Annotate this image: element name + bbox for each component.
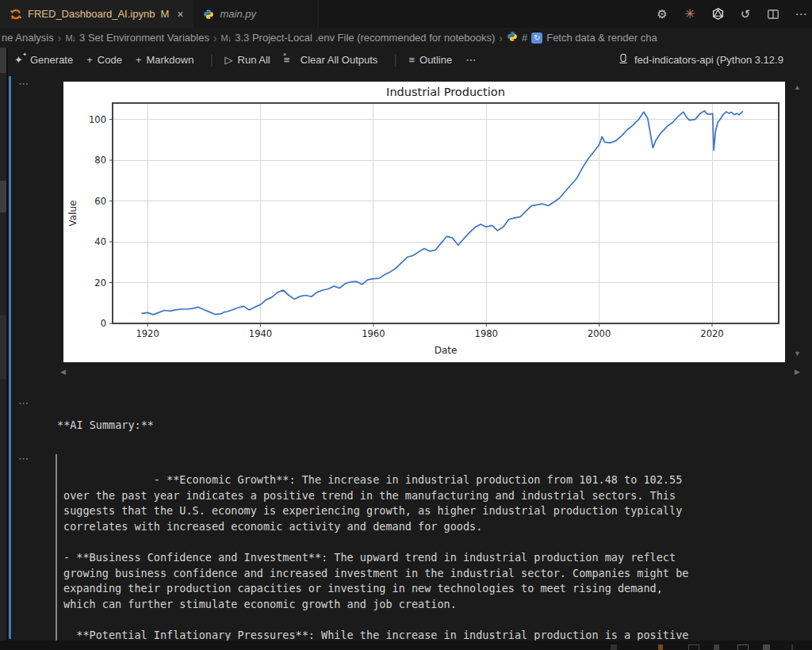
cut-off-icon (714, 644, 719, 650)
add-markdown-label: Markdown (146, 54, 193, 66)
svg-text:Industrial Production: Industrial Production (386, 86, 505, 98)
more-actions-icon[interactable]: ⋯ (793, 6, 809, 22)
generate-label: Generate (30, 54, 73, 66)
editor-tab-bar: FRED_Dashboard_AI.ipynb M × main.py ⚙ ✳ (0, 0, 812, 28)
vscode-notebook-window: FRED_Dashboard_AI.ipynb M × main.py ⚙ ✳ (0, 0, 812, 650)
notebook-toolbar: ✦ ✦ Generate + Code + Markdown │ ▷ Run A… (0, 48, 812, 72)
svg-text:Value: Value (67, 201, 79, 227)
svg-text:60: 60 (94, 196, 106, 207)
toolbar-separator: │ (209, 54, 215, 66)
svg-text:100: 100 (89, 114, 106, 125)
ai-summary-heading: **AI Summary:** (57, 419, 154, 431)
tab-label: main.py (220, 8, 256, 20)
breadcrumb-item[interactable]: M↓ 3.3 Project-Local .env File (recommen… (221, 32, 496, 44)
openai-icon[interactable] (710, 6, 726, 22)
toolbar-separator: │ (393, 54, 399, 66)
cut-off-icon (791, 644, 793, 650)
sync-icon[interactable]: ↺ (737, 6, 753, 22)
industrial-production-chart: 020406080100192019401960198020002020Indu… (63, 82, 785, 362)
plus-icon: + (86, 54, 93, 66)
clear-x-glyph: × (283, 51, 287, 58)
gutter-block (0, 315, 6, 379)
sparkle-small-glyph: ✦ (22, 52, 27, 58)
code-cell-loop-icon: ↻ (531, 32, 542, 44)
add-code-cell-button[interactable]: + Code (86, 54, 122, 66)
svg-text:2020: 2020 (700, 328, 723, 339)
breadcrumb-label: ne Analysis (2, 32, 54, 44)
split-editor-icon[interactable] (765, 6, 781, 22)
cell-menu-ellipsis[interactable]: ⋯ (18, 453, 29, 465)
cell-menu-ellipsis[interactable]: ⋯ (18, 397, 29, 409)
chevron-right-icon: › (58, 32, 62, 44)
scroll-left-icon[interactable]: ◀ (60, 368, 66, 376)
generate-button[interactable]: ✦ ✦ Generate (14, 54, 73, 66)
add-code-label: Code (98, 54, 122, 66)
chart-output-figure: 020406080100192019401960198020002020Indu… (63, 82, 785, 362)
breadcrumb-label: 3 Set Environment Variables (79, 32, 209, 44)
scroll-right-icon[interactable]: ▶ (795, 368, 800, 376)
cut-off-icon (737, 644, 749, 650)
breadcrumb-item[interactable]: ne Analysis (2, 32, 54, 44)
cell-menu-ellipsis[interactable]: ⋯ (18, 78, 29, 90)
kernel-picker[interactable]: fed-indicators-api (Python 3.12.9 (618, 48, 783, 72)
breadcrumb: ne Analysis › M↓ 3 Set Environment Varia… (0, 28, 812, 48)
run-all-label: Run All (238, 54, 270, 66)
outline-list-icon: ≡ (408, 54, 415, 66)
svg-text:40: 40 (94, 236, 106, 247)
chevron-right-icon: › (213, 32, 217, 44)
editor-actions: ⚙ ✳ ↺ ⋯ (654, 0, 812, 28)
markdown-quote-bar (56, 454, 57, 640)
cut-off-icon (658, 644, 663, 650)
notebook-jupyter-icon (10, 8, 22, 21)
kernel-label: fed-indicators-api (Python 3.12.9 (634, 54, 783, 66)
svg-text:1920: 1920 (136, 328, 159, 339)
svg-text:1980: 1980 (475, 328, 498, 339)
outline-label: Outline (419, 54, 452, 66)
breadcrumb-item-code-cell[interactable]: # ↻ Fetch data & render cha (507, 31, 657, 44)
markdown-source-text: - **Economic Growth**: The increase in i… (63, 472, 802, 640)
breadcrumb-label: Fetch data & render cha (546, 32, 657, 44)
scroll-up-icon[interactable]: ▲ (794, 83, 801, 91)
cut-off-icon (763, 644, 770, 650)
markdown-cell-icon: M↓ (65, 33, 75, 43)
tab-main-py[interactable]: main.py (193, 0, 319, 28)
clear-all-label: Clear All Outputs (301, 54, 378, 66)
toolbar-more-icon[interactable]: ⋯ (465, 54, 476, 66)
modified-badge: M (160, 8, 169, 20)
svg-text:Date: Date (435, 345, 458, 356)
cut-off-cell-toolbar (0, 640, 812, 650)
gutter-block (0, 48, 6, 73)
starburst-extension-icon[interactable]: ✳ (682, 6, 698, 22)
sparkle-icon: ✦ ✦ (14, 54, 25, 66)
breadcrumb-label: 3.3 Project-Local .env File (recommended… (235, 32, 495, 44)
add-markdown-cell-button[interactable]: + Markdown (136, 54, 194, 66)
python-icon (203, 9, 214, 20)
svg-text:0: 0 (101, 318, 106, 329)
clear-all-icon: ≡ × (284, 54, 296, 66)
outline-button[interactable]: ≡ Outline (408, 54, 452, 66)
close-icon[interactable]: × (177, 8, 183, 21)
tab-fred-dashboard-ipynb[interactable]: FRED_Dashboard_AI.ipynb M × (0, 0, 193, 28)
cut-off-icon (688, 644, 699, 650)
kernel-icon (618, 53, 629, 67)
svg-text:20: 20 (94, 277, 106, 289)
run-all-button[interactable]: ▷ Run All (225, 54, 270, 66)
cut-off-icon (611, 644, 617, 650)
svg-text:1940: 1940 (249, 328, 272, 339)
python-icon (507, 31, 518, 44)
hash-symbol: # (522, 32, 527, 44)
scroll-down-icon[interactable]: ▼ (794, 350, 801, 358)
markdown-cell-icon: M↓ (221, 33, 232, 43)
plus-icon: + (136, 54, 142, 66)
cell-focus-bar (9, 76, 11, 639)
run-all-icon: ▷ (225, 54, 233, 66)
gutter-block (0, 181, 6, 212)
settings-gear-icon[interactable]: ⚙ (654, 6, 670, 22)
svg-text:2000: 2000 (588, 328, 611, 339)
left-gutter (0, 48, 8, 650)
clear-all-outputs-button[interactable]: ≡ × Clear All Outputs (284, 54, 378, 66)
svg-text:1960: 1960 (362, 328, 385, 339)
chevron-right-icon: › (499, 32, 503, 44)
breadcrumb-item[interactable]: M↓ 3 Set Environment Variables (65, 32, 209, 44)
tab-label: FRED_Dashboard_AI.ipynb (28, 8, 155, 20)
